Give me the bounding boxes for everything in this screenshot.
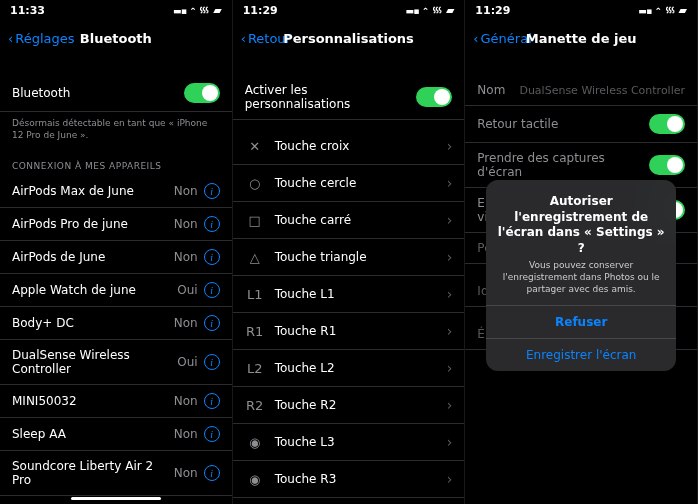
device-name: Body+ DC (12, 316, 174, 330)
button-row[interactable]: ◉ Touche R3 › (233, 461, 465, 498)
info-icon[interactable]: i (204, 216, 220, 232)
screen-customizations: 11:29 ▬▪ ⌃᯾▰ ‹ Retour Personnalisations … (233, 0, 466, 504)
status-time: 11:33 (10, 4, 45, 17)
name-label: Nom (477, 83, 519, 97)
button-icon: R2 (245, 395, 265, 415)
button-icon: ✕ (245, 136, 265, 156)
page-title: Personnalisations (283, 31, 414, 46)
alert-message: Vous pouvez conserver l'enregistrement d… (496, 260, 666, 295)
button-label: Touche cercle (275, 176, 447, 190)
refuse-button[interactable]: Refuser (486, 305, 676, 338)
device-row[interactable]: AirPods de June Non i (0, 241, 232, 274)
page-title: Bluetooth (80, 31, 152, 46)
record-button[interactable]: Enregistrer l'écran (486, 338, 676, 371)
button-label: Touche R1 (275, 324, 447, 338)
button-row[interactable]: ○ Touche cercle › (233, 165, 465, 202)
setting-toggle[interactable] (649, 155, 685, 175)
device-name: Apple Watch de june (12, 283, 177, 297)
screen-controller: 11:29 ▬▪ ⌃᯾▰ ‹ Général Manette de jeu No… (465, 0, 698, 504)
device-status: Non (174, 217, 198, 231)
device-row[interactable]: Body+ DC Non i (0, 307, 232, 340)
chevron-right-icon: › (447, 286, 453, 302)
home-indicator[interactable] (71, 497, 161, 500)
button-row[interactable]: ▭ Pavé tactile › (233, 498, 465, 504)
chevron-right-icon: › (447, 434, 453, 450)
button-row[interactable]: □ Touche carré › (233, 202, 465, 239)
device-name: AirPods Max de June (12, 184, 174, 198)
my-devices-header: CONNEXION À MES APPAREILS (0, 147, 232, 175)
button-row[interactable]: L1 Touche L1 › (233, 276, 465, 313)
status-icons: ▬▪ ⌃᯾▰ (406, 4, 455, 17)
setting-label: Retour tactile (477, 117, 649, 131)
button-row[interactable]: ✕ Touche croix › (233, 128, 465, 165)
activate-toggle[interactable] (416, 87, 452, 107)
button-row[interactable]: L2 Touche L2 › (233, 350, 465, 387)
chevron-right-icon: › (447, 249, 453, 265)
status-icons: ▬▪ ⌃᯾▰ (173, 4, 222, 17)
bluetooth-label: Bluetooth (12, 86, 184, 100)
bluetooth-toggle-row: Bluetooth (0, 75, 232, 112)
screen-bluetooth: 11:33 ▬▪ ⌃᯾▰ ‹ Réglages Bluetooth Blueto… (0, 0, 233, 504)
info-icon[interactable]: i (204, 426, 220, 442)
bluetooth-toggle[interactable] (184, 83, 220, 103)
nav-bar: ‹ Général Manette de jeu (465, 21, 697, 55)
device-row[interactable]: DualSense Wireless Controller Oui i (0, 340, 232, 385)
chevron-left-icon: ‹ (8, 31, 13, 46)
button-row[interactable]: ◉ Touche L3 › (233, 424, 465, 461)
button-row[interactable]: △ Touche triangle › (233, 239, 465, 276)
status-bar: 11:33 ▬▪ ⌃᯾▰ (0, 0, 232, 21)
chevron-right-icon: › (447, 138, 453, 154)
device-row[interactable]: Apple Watch de june Oui i (0, 274, 232, 307)
info-icon[interactable]: i (204, 282, 220, 298)
back-label: Réglages (15, 31, 74, 46)
button-icon: L2 (245, 358, 265, 378)
status-time: 11:29 (475, 4, 510, 17)
button-label: Touche carré (275, 213, 447, 227)
activate-toggle-row: Activer les personnalisations (233, 75, 465, 120)
info-icon[interactable]: i (204, 465, 220, 481)
status-bar: 11:29 ▬▪ ⌃᯾▰ (465, 0, 697, 21)
button-row[interactable]: R1 Touche R1 › (233, 313, 465, 350)
button-label: Touche R2 (275, 398, 447, 412)
info-icon[interactable]: i (204, 393, 220, 409)
back-button[interactable]: ‹ Général (473, 31, 531, 46)
button-label: Touche croix (275, 139, 447, 153)
device-row[interactable]: MINI50032 Non i (0, 385, 232, 418)
chevron-right-icon: › (447, 175, 453, 191)
button-icon: R1 (245, 321, 265, 341)
button-row[interactable]: R2 Touche R2 › (233, 387, 465, 424)
button-icon: ○ (245, 173, 265, 193)
device-row[interactable]: Sleep AA Non i (0, 418, 232, 451)
device-row[interactable]: AirPods Max de June Non i (0, 175, 232, 208)
button-label: Touche L3 (275, 435, 447, 449)
device-row[interactable]: Soundcore Liberty Air 2 Pro Non i (0, 451, 232, 496)
device-name: AirPods Pro de june (12, 217, 174, 231)
button-label: Touche L2 (275, 361, 447, 375)
alert-title: Autoriser l'enregistrement de l'écran da… (496, 194, 666, 256)
device-status: Non (174, 466, 198, 480)
setting-row: Retour tactile (465, 106, 697, 143)
button-label: Touche R3 (275, 472, 447, 486)
setting-toggle[interactable] (649, 114, 685, 134)
info-icon[interactable]: i (204, 249, 220, 265)
nav-bar: ‹ Réglages Bluetooth (0, 21, 232, 55)
alert-dialog: Autoriser l'enregistrement de l'écran da… (486, 180, 676, 371)
page-title: Manette de jeu (526, 31, 637, 46)
info-icon[interactable]: i (204, 354, 220, 370)
name-row[interactable]: Nom DualSense Wireless Controller (465, 75, 697, 106)
device-status: Non (174, 394, 198, 408)
chevron-right-icon: › (447, 323, 453, 339)
device-row[interactable]: AirPods Pro de june Non i (0, 208, 232, 241)
back-button[interactable]: ‹ Réglages (8, 31, 75, 46)
status-icons: ▬▪ ⌃᯾▰ (638, 4, 687, 17)
device-name: Sleep AA (12, 427, 174, 441)
button-icon: △ (245, 247, 265, 267)
nav-bar: ‹ Retour Personnalisations (233, 21, 465, 55)
button-label: Touche triangle (275, 250, 447, 264)
name-value: DualSense Wireless Controller (519, 84, 685, 97)
chevron-left-icon: ‹ (241, 31, 246, 46)
info-icon[interactable]: i (204, 315, 220, 331)
info-icon[interactable]: i (204, 183, 220, 199)
device-name: Soundcore Liberty Air 2 Pro (12, 459, 174, 487)
discoverable-note: Désormais détectable en tant que « iPhon… (0, 112, 232, 147)
